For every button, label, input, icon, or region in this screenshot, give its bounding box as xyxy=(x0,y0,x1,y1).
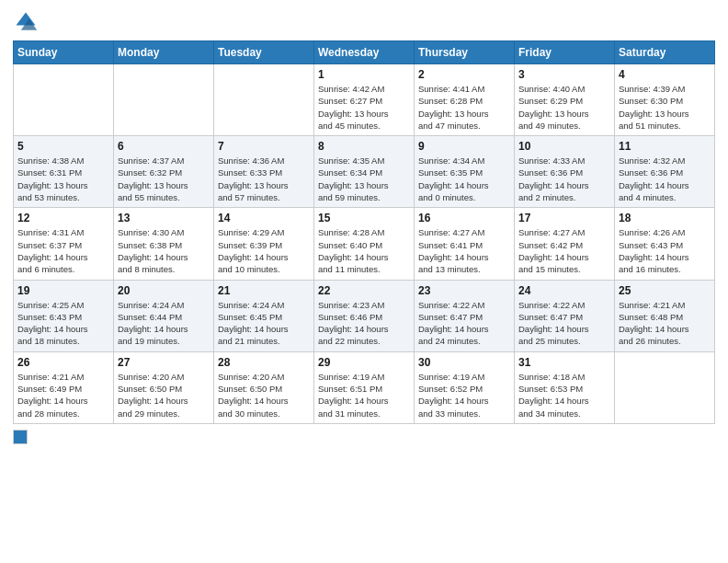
day-info: Sunrise: 4:36 AM Sunset: 6:33 PM Dayligh… xyxy=(218,155,310,203)
day-info: Sunrise: 4:41 AM Sunset: 6:28 PM Dayligh… xyxy=(418,83,510,132)
day-number: 24 xyxy=(518,284,610,297)
day-number: 30 xyxy=(418,356,510,369)
calendar-cell: 6Sunrise: 4:37 AM Sunset: 6:32 PM Daylig… xyxy=(114,136,214,208)
day-info: Sunrise: 4:31 AM Sunset: 6:37 PM Dayligh… xyxy=(17,226,109,275)
weekday-header-tuesday: Tuesday xyxy=(214,41,314,64)
day-number: 25 xyxy=(619,284,711,297)
calendar-cell: 3Sunrise: 4:40 AM Sunset: 6:29 PM Daylig… xyxy=(515,64,615,136)
day-info: Sunrise: 4:28 AM Sunset: 6:40 PM Dayligh… xyxy=(318,226,410,275)
day-number: 27 xyxy=(118,356,210,369)
calendar-cell: 16Sunrise: 4:27 AM Sunset: 6:41 PM Dayli… xyxy=(415,208,515,280)
weekday-header-row: SundayMondayTuesdayWednesdayThursdayFrid… xyxy=(14,41,715,64)
day-number: 12 xyxy=(17,212,109,224)
calendar-table: SundayMondayTuesdayWednesdayThursdayFrid… xyxy=(13,40,715,424)
day-info: Sunrise: 4:19 AM Sunset: 6:51 PM Dayligh… xyxy=(318,371,410,419)
day-info: Sunrise: 4:20 AM Sunset: 6:50 PM Dayligh… xyxy=(218,371,310,419)
calendar-cell: 17Sunrise: 4:27 AM Sunset: 6:42 PM Dayli… xyxy=(515,208,615,280)
day-info: Sunrise: 4:33 AM Sunset: 6:36 PM Dayligh… xyxy=(518,155,610,203)
calendar-cell xyxy=(615,351,715,423)
day-number: 10 xyxy=(518,140,610,153)
calendar-week-1: 5Sunrise: 4:38 AM Sunset: 6:31 PM Daylig… xyxy=(14,136,715,208)
day-number: 28 xyxy=(218,356,310,369)
day-number: 19 xyxy=(17,284,109,297)
calendar-cell: 31Sunrise: 4:18 AM Sunset: 6:53 PM Dayli… xyxy=(515,351,615,423)
calendar-cell: 1Sunrise: 4:42 AM Sunset: 6:27 PM Daylig… xyxy=(314,64,415,136)
day-number: 18 xyxy=(619,212,711,224)
day-info: Sunrise: 4:27 AM Sunset: 6:42 PM Dayligh… xyxy=(518,226,610,275)
day-info: Sunrise: 4:19 AM Sunset: 6:52 PM Dayligh… xyxy=(418,371,510,419)
weekday-header-saturday: Saturday xyxy=(615,41,715,64)
day-info: Sunrise: 4:35 AM Sunset: 6:34 PM Dayligh… xyxy=(318,155,410,203)
day-number: 6 xyxy=(118,140,210,153)
day-number: 5 xyxy=(17,140,109,153)
logo-icon xyxy=(13,9,39,35)
day-info: Sunrise: 4:18 AM Sunset: 6:53 PM Dayligh… xyxy=(518,371,610,419)
calendar-cell: 8Sunrise: 4:35 AM Sunset: 6:34 PM Daylig… xyxy=(314,136,415,208)
calendar-cell: 11Sunrise: 4:32 AM Sunset: 6:36 PM Dayli… xyxy=(615,136,715,208)
day-number: 14 xyxy=(218,212,310,224)
calendar-cell xyxy=(14,64,114,136)
calendar-cell: 9Sunrise: 4:34 AM Sunset: 6:35 PM Daylig… xyxy=(415,136,515,208)
day-number: 29 xyxy=(318,356,410,369)
weekday-header-monday: Monday xyxy=(114,41,214,64)
day-info: Sunrise: 4:22 AM Sunset: 6:47 PM Dayligh… xyxy=(518,299,610,348)
logo xyxy=(13,9,42,35)
day-info: Sunrise: 4:22 AM Sunset: 6:47 PM Dayligh… xyxy=(418,299,510,348)
day-number: 16 xyxy=(418,212,510,224)
calendar-cell: 21Sunrise: 4:24 AM Sunset: 6:45 PM Dayli… xyxy=(214,280,314,351)
day-number: 21 xyxy=(218,284,310,297)
day-info: Sunrise: 4:29 AM Sunset: 6:39 PM Dayligh… xyxy=(218,226,310,275)
calendar-cell: 15Sunrise: 4:28 AM Sunset: 6:40 PM Dayli… xyxy=(314,208,415,280)
day-number: 26 xyxy=(17,356,109,369)
calendar-cell: 30Sunrise: 4:19 AM Sunset: 6:52 PM Dayli… xyxy=(415,351,515,423)
calendar-cell xyxy=(114,64,214,136)
calendar-cell: 4Sunrise: 4:39 AM Sunset: 6:30 PM Daylig… xyxy=(615,64,715,136)
calendar-cell: 20Sunrise: 4:24 AM Sunset: 6:44 PM Dayli… xyxy=(114,280,214,351)
day-info: Sunrise: 4:21 AM Sunset: 6:48 PM Dayligh… xyxy=(619,299,711,348)
day-info: Sunrise: 4:24 AM Sunset: 6:44 PM Dayligh… xyxy=(118,299,210,348)
day-info: Sunrise: 4:21 AM Sunset: 6:49 PM Dayligh… xyxy=(17,371,109,419)
day-number: 9 xyxy=(418,140,510,153)
day-number: 13 xyxy=(118,212,210,224)
calendar-cell: 2Sunrise: 4:41 AM Sunset: 6:28 PM Daylig… xyxy=(415,64,515,136)
day-info: Sunrise: 4:37 AM Sunset: 6:32 PM Dayligh… xyxy=(118,155,210,203)
day-info: Sunrise: 4:24 AM Sunset: 6:45 PM Dayligh… xyxy=(218,299,310,348)
day-info: Sunrise: 4:39 AM Sunset: 6:30 PM Dayligh… xyxy=(619,83,711,132)
day-number: 3 xyxy=(518,68,610,81)
calendar-cell: 19Sunrise: 4:25 AM Sunset: 6:43 PM Dayli… xyxy=(14,280,114,351)
day-info: Sunrise: 4:32 AM Sunset: 6:36 PM Dayligh… xyxy=(619,155,711,203)
calendar-cell: 12Sunrise: 4:31 AM Sunset: 6:37 PM Dayli… xyxy=(14,208,114,280)
calendar-week-4: 26Sunrise: 4:21 AM Sunset: 6:49 PM Dayli… xyxy=(14,351,715,423)
day-number: 15 xyxy=(318,212,410,224)
day-number: 2 xyxy=(418,68,510,81)
weekday-header-thursday: Thursday xyxy=(415,41,515,64)
calendar-week-2: 12Sunrise: 4:31 AM Sunset: 6:37 PM Dayli… xyxy=(14,208,715,280)
day-number: 20 xyxy=(118,284,210,297)
calendar-cell: 7Sunrise: 4:36 AM Sunset: 6:33 PM Daylig… xyxy=(214,136,314,208)
day-info: Sunrise: 4:27 AM Sunset: 6:41 PM Dayligh… xyxy=(418,226,510,275)
day-number: 8 xyxy=(318,140,410,153)
calendar-week-0: 1Sunrise: 4:42 AM Sunset: 6:27 PM Daylig… xyxy=(14,64,715,136)
day-number: 7 xyxy=(218,140,310,153)
calendar-cell: 14Sunrise: 4:29 AM Sunset: 6:39 PM Dayli… xyxy=(214,208,314,280)
calendar-cell: 13Sunrise: 4:30 AM Sunset: 6:38 PM Dayli… xyxy=(114,208,214,280)
day-info: Sunrise: 4:23 AM Sunset: 6:46 PM Dayligh… xyxy=(318,299,410,348)
calendar-week-3: 19Sunrise: 4:25 AM Sunset: 6:43 PM Dayli… xyxy=(14,280,715,351)
calendar-cell xyxy=(214,64,314,136)
day-number: 22 xyxy=(318,284,410,297)
calendar-cell: 25Sunrise: 4:21 AM Sunset: 6:48 PM Dayli… xyxy=(615,280,715,351)
calendar-cell: 27Sunrise: 4:20 AM Sunset: 6:50 PM Dayli… xyxy=(114,351,214,423)
day-info: Sunrise: 4:30 AM Sunset: 6:38 PM Dayligh… xyxy=(118,226,210,275)
weekday-header-wednesday: Wednesday xyxy=(314,41,415,64)
day-number: 23 xyxy=(418,284,510,297)
day-info: Sunrise: 4:38 AM Sunset: 6:31 PM Dayligh… xyxy=(17,155,109,203)
day-number: 1 xyxy=(318,68,410,81)
day-info: Sunrise: 4:42 AM Sunset: 6:27 PM Dayligh… xyxy=(318,83,410,132)
legend-color-swatch xyxy=(13,430,28,444)
day-info: Sunrise: 4:40 AM Sunset: 6:29 PM Dayligh… xyxy=(518,83,610,132)
header xyxy=(13,9,715,35)
day-number: 4 xyxy=(619,68,711,81)
day-number: 17 xyxy=(518,212,610,224)
calendar-cell: 5Sunrise: 4:38 AM Sunset: 6:31 PM Daylig… xyxy=(14,136,114,208)
day-info: Sunrise: 4:26 AM Sunset: 6:43 PM Dayligh… xyxy=(619,226,711,275)
